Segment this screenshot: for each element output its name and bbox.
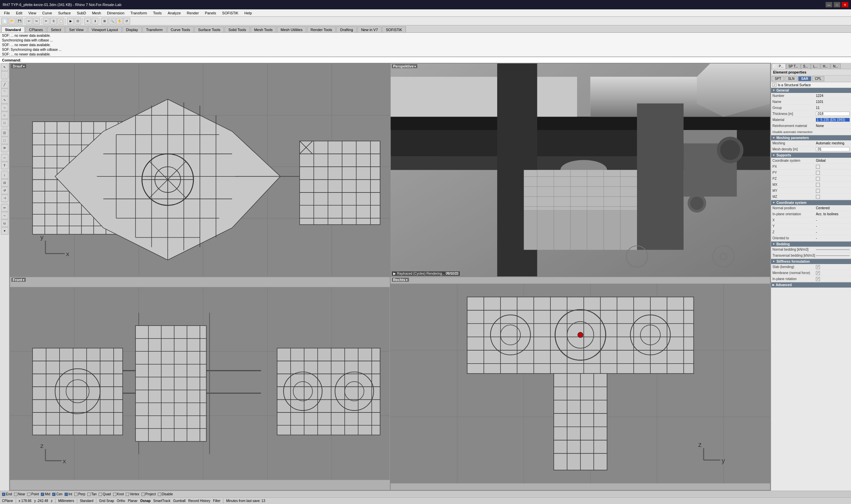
section-general-header[interactable]: ▼ General: [771, 88, 851, 93]
snap-project[interactable]: Project: [141, 492, 156, 496]
tb-layer[interactable]: ≡: [84, 18, 91, 24]
tab-select[interactable]: Select: [47, 26, 65, 32]
prop-mx[interactable]: MX: [771, 182, 851, 188]
minimize-button[interactable]: —: [826, 2, 832, 7]
snap-perp[interactable]: Perp: [74, 492, 85, 496]
tb-deselect[interactable]: ⊡: [74, 18, 81, 24]
panel-tab-s[interactable]: S...: [801, 64, 811, 69]
section-meshing-header[interactable]: ▼ Meshing parameters: [771, 136, 851, 140]
prop-thickness-value[interactable]: .018: [816, 112, 850, 116]
snap-tan-check[interactable]: [87, 493, 91, 496]
lt-trim[interactable]: ✂: [1, 204, 8, 212]
viewport-rechts[interactable]: Rechts▾: [391, 277, 770, 490]
viewport-front-label[interactable]: Front▾: [11, 278, 26, 282]
menu-view[interactable]: View: [26, 11, 39, 16]
lt-split[interactable]: ✦: [1, 227, 8, 235]
prop-membrane[interactable]: Membrane (normal force): [771, 270, 851, 276]
menu-tools[interactable]: Tools: [150, 11, 164, 16]
prop-transversal-bedding[interactable]: Transversal bedding [kN/m3]: [771, 253, 851, 259]
section-stiffness-header[interactable]: ▼ Stiffness formulation: [771, 259, 851, 264]
snap-near[interactable]: Near: [14, 492, 25, 496]
prop-thickness[interactable]: Thickness [m] .018: [771, 111, 851, 117]
prop-mx-check[interactable]: [816, 183, 820, 187]
tab-mesh-utilities[interactable]: Mesh Utilities: [277, 26, 306, 32]
panel-tab-spt-main[interactable]: SPT: [772, 76, 784, 81]
tab-sofistik[interactable]: SOFiSTiK: [382, 26, 406, 32]
tab-cplanes[interactable]: CPlanes: [25, 26, 47, 32]
tab-render-tools[interactable]: Render Tools: [307, 26, 336, 32]
prop-slab-bending[interactable]: Slab (bending): [771, 264, 851, 270]
panel-tab-h[interactable]: H...: [820, 64, 831, 69]
panel-tab-sar[interactable]: SAR: [798, 76, 811, 81]
prop-pz-check[interactable]: [816, 177, 820, 181]
status-record-history[interactable]: Record History: [188, 499, 210, 503]
prop-my[interactable]: MY: [771, 188, 851, 194]
snap-int-check[interactable]: [65, 493, 68, 496]
snap-quad-check[interactable]: [99, 493, 102, 496]
tb-zoom-ext[interactable]: ⊞: [101, 18, 108, 24]
status-smarttrack[interactable]: SmartTrack: [153, 499, 170, 503]
menu-analyze[interactable]: Analyze: [165, 11, 183, 16]
tb-pan[interactable]: ✋: [116, 18, 123, 24]
tb-cut[interactable]: ✂: [43, 18, 50, 24]
section-bedding-header[interactable]: ▼ Bedding: [771, 241, 851, 247]
lt-move[interactable]: ↕: [1, 172, 8, 179]
tb-open[interactable]: 📂: [9, 18, 15, 24]
menu-mesh[interactable]: Mesh: [89, 11, 104, 16]
lt-polyline[interactable]: ⌒: [1, 89, 8, 96]
section-advanced-header[interactable]: ▶ Advanced: [771, 283, 851, 287]
viewport-drauf-label[interactable]: Drauf▾: [11, 64, 26, 68]
viewport-perspektive-label[interactable]: Perspektive▾: [392, 64, 418, 68]
properties-scroll[interactable]: ▼ General Number 1224 Name 1101 Group 11: [771, 88, 851, 491]
tb-undo[interactable]: ↩: [26, 18, 32, 24]
snap-vertex-check[interactable]: [126, 493, 129, 496]
snap-int[interactable]: Int: [65, 492, 72, 496]
prop-px[interactable]: PX: [771, 164, 851, 170]
snap-perp-check[interactable]: [74, 493, 77, 496]
snap-project-check[interactable]: [141, 493, 145, 496]
lt-extrude[interactable]: ⬚: [1, 137, 8, 144]
status-filter[interactable]: Filter: [213, 499, 220, 503]
prop-material-value[interactable]: 1: S 235 (EN 1993): [816, 118, 850, 122]
viewport-perspektive[interactable]: Perspektive▾: [391, 64, 770, 276]
tab-transform[interactable]: Transform: [142, 26, 166, 32]
tb-properties[interactable]: ℹ: [92, 18, 98, 24]
snap-cen[interactable]: Cen: [52, 492, 62, 496]
lt-scale[interactable]: ⊡: [1, 179, 8, 186]
tab-setview[interactable]: Set View: [66, 26, 87, 32]
prop-mz-check[interactable]: [816, 195, 820, 199]
snap-tan[interactable]: Tan: [87, 492, 96, 496]
lt-text[interactable]: T: [1, 162, 8, 169]
prop-transversal-bedding-value[interactable]: [816, 255, 850, 256]
snap-cen-check[interactable]: [52, 493, 55, 496]
prop-mesh-density[interactable]: Mesh density [m] .01: [771, 146, 851, 152]
prop-px-check[interactable]: [816, 165, 820, 169]
menu-surface[interactable]: Surface: [55, 11, 74, 16]
lt-mirror[interactable]: ⊣: [1, 195, 8, 202]
lt-circle[interactable]: ○: [1, 112, 8, 119]
prop-my-check[interactable]: [816, 189, 820, 193]
section-supports-header[interactable]: ▼ Supports: [771, 153, 851, 158]
prop-inplane-rotation[interactable]: In-plane rotation: [771, 276, 851, 282]
snap-mid[interactable]: Mid: [41, 492, 50, 496]
snap-point-check[interactable]: [27, 493, 31, 496]
menu-subd[interactable]: SubD: [74, 11, 89, 16]
prop-slab-bending-check[interactable]: [816, 265, 820, 269]
prop-material[interactable]: Material 1: S 235 (EN 1993): [771, 117, 851, 123]
menu-sofistik[interactable]: SOFiSTiK: [219, 11, 241, 16]
section-coord-sys-header[interactable]: ▼ Coordinate system: [771, 200, 851, 205]
viewport-rechts-label[interactable]: Rechts▾: [392, 278, 409, 282]
lt-rect[interactable]: □: [1, 119, 8, 127]
prop-inplane-rotation-check[interactable]: [816, 277, 820, 281]
lt-join[interactable]: ⊔: [1, 220, 8, 227]
prop-membrane-check[interactable]: [816, 271, 820, 275]
lt-select[interactable]: ↖: [1, 64, 8, 71]
tb-save[interactable]: 💾: [16, 18, 23, 24]
prop-normal-bedding-value[interactable]: [816, 249, 850, 250]
lt-curve[interactable]: ∿: [1, 96, 8, 104]
tb-new[interactable]: 📄: [1, 18, 8, 24]
prop-mesh-density-value[interactable]: .01: [816, 147, 850, 151]
tab-display[interactable]: Display: [122, 26, 142, 32]
status-grid-snap[interactable]: Grid Snap: [99, 499, 114, 503]
prop-pz[interactable]: PZ: [771, 176, 851, 182]
